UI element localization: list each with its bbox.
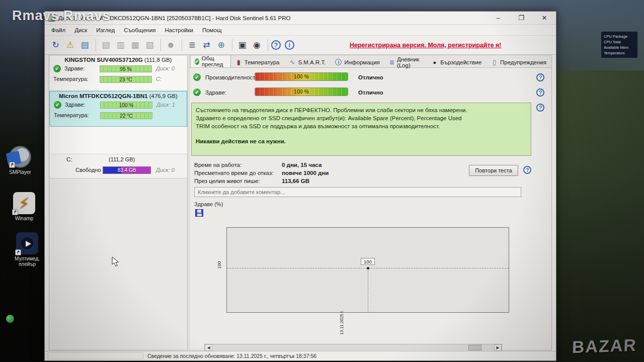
health-ok-icon: ✔ [53,65,61,72]
health-rating: Отлично [358,89,383,96]
cpu-widget-line: Temperature [604,50,635,56]
scroll-right-arrow-icon[interactable]: ▶ [494,344,502,351]
toolbar-separator [268,39,268,51]
media-player-icon: ↱ [16,232,38,254]
user-icon[interactable]: ☻ [164,39,178,52]
tab-log[interactable]: ≣ Дневник (Log) [385,56,427,67]
info-icon: i [335,59,342,65]
comment-input[interactable] [194,187,521,197]
disk-add-icon[interactable]: ▥ [114,39,127,52]
health-bar: 100 % [100,102,152,109]
disk-overview-icon[interactable]: ▤ [78,39,92,52]
health-ok-icon: ✔ [54,101,61,109]
close-button[interactable]: ✕ [533,12,556,24]
menu-disk[interactable]: Диск [70,26,92,34]
desktop-icon-smplayer[interactable]: ↱ SMPlayer [2,146,38,175]
last-update-text: Сведение за последно обновяване: 13.11.2… [147,353,316,359]
toolbar-separator [96,39,96,51]
disk-number: Диск: 0 [156,167,175,173]
help-icon[interactable]: ? [536,73,544,81]
help-icon[interactable]: ? [523,166,531,174]
check-icon: ✔ [195,58,199,65]
refresh-icon[interactable]: ↻ [49,39,62,52]
tab-information[interactable]: i Информация [331,56,384,67]
disk-item-micron[interactable]: Micron MTFDKCD512QGN-1BN1 (476,9 GB) ✔ З… [49,91,187,127]
titlebar[interactable]: Диск 1, Micron MTFDKCD512QGN-1BN1 [25205… [45,12,556,25]
statusbar-cell [48,352,143,359]
status-bar: Сведение за последно обновяване: 13.11.2… [45,351,556,360]
scrollbar-thumb[interactable] [468,345,481,350]
sound-icon[interactable]: ◉ [250,39,264,52]
toolbar-separator [182,39,182,51]
test-monitor-icon[interactable]: ▣ [235,39,249,52]
mouse-cursor [112,256,120,269]
tab-smart[interactable]: ∿ S.M.A.R.T. [284,56,331,67]
cpu-widget-line: Available Mem [604,45,635,50]
report-icon[interactable]: ≣ [185,39,199,52]
alerts-icon: ▯ [491,59,498,65]
ok-icon: ✔ [193,73,201,81]
tab-label: S.M.A.R.T. [298,59,326,65]
performance-label: Производителност: [205,74,257,80]
unregistered-version-link[interactable]: Нерегистрирана версия. Моля, регистрирай… [350,42,501,49]
smart-icon: ∿ [289,59,295,65]
disk-scan-icon[interactable]: ▧ [143,39,156,52]
watermark-text: Rmavs Rmavs [12,8,111,24]
tab-label: Предупреждения [500,59,546,65]
stat-label: Време на работа: [194,162,282,170]
partition-letter: C: [66,156,72,162]
warning-icon[interactable]: ⚠ [63,39,77,52]
help-icon[interactable]: ? [536,104,544,112]
health-status-textbox: Състоянието на твърдотелия диск е ПЕРФЕК… [191,103,531,156]
tab-alerts[interactable]: ▯ Предупреждения [487,56,551,67]
health-history-chart: 100 [226,227,509,313]
chart-horizontal-scrollbar[interactable]: ◀ ▶ [204,344,502,351]
menu-view[interactable]: Изглед [92,26,119,34]
desktop-icon-winamp[interactable]: ↱ Winamp [6,192,42,221]
tab-overview[interactable]: ✔ Общ преглед [190,55,231,67]
retest-button[interactable]: Повтори теста [469,165,518,176]
cpu-widget-line: CPU Package [604,34,635,39]
disk-detect-icon[interactable]: ▤ [99,39,113,52]
disk-ok-icon[interactable]: ▦ [128,39,142,52]
menu-file[interactable]: Файл [47,26,70,34]
health-label: Здраве: [205,89,226,96]
status-line: TRIM особеност на SSD се поддържа и дава… [196,122,527,130]
network-icon[interactable]: ⊕ [214,39,228,52]
stat-label: През целия живот пише: [194,178,282,186]
help-icon[interactable]: ? [271,40,281,50]
main-panel: ✔ Общ преглед ▮ Температура ∿ S.M.A.R.T.… [189,55,552,350]
tab-label: Дневник (Log) [397,56,422,68]
menu-messages[interactable]: Съобщения [119,26,160,34]
help-icon[interactable]: ? [536,88,544,97]
lifetime-stats: Време на работа: 0 дни, 15 часа Пресметн… [194,162,476,186]
sync-icon[interactable]: ⇄ [200,39,213,52]
disk-item-kingston[interactable]: KINGSTON SUV400S37120G (111,8 GB) ✔ Здра… [49,55,187,91]
partition-item-c[interactable]: C: (111,2 GB) Свободно 83.4 GB Диск: 0 [49,154,187,178]
health-bar: 95 % [100,65,152,72]
disk-list-panel: KINGSTON SUV400S37120G (111,8 GB) ✔ Здра… [49,55,188,350]
winamp-icon: ↱ [13,192,35,214]
scroll-left-arrow-icon[interactable]: ◀ [205,344,212,351]
partition-size: (111,2 GB) [109,156,135,162]
menu-settings[interactable]: Настройки [160,26,198,34]
menubar: Файл Диск Изглед Съобщения Настройки Пом… [45,25,556,36]
tab-performance[interactable]: ● Бързодействие [427,56,487,67]
desktop-icon-mediaplayer[interactable]: ↱ Мултимед. плейър [9,232,45,267]
free-space-bar: 83.4 GB [103,166,151,174]
free-space-label: Свободно [75,167,101,173]
chart-title: Здраве (%) [194,201,223,207]
tab-temperature[interactable]: ▮ Температура [231,56,285,67]
info-icon[interactable]: i [285,40,294,50]
maximize-button[interactable]: ❐ [510,12,533,24]
desktop-icon-label: SMPlayer [2,169,38,175]
toolbar-separator [232,39,232,51]
disk-name: Micron MTFDKCD512QGN-1BN1 [59,93,147,99]
stat-row: Пресметнато време до отказ: повече 1000 … [194,170,476,178]
tab-label: Общ преглед [202,55,226,67]
health-label: Здраве: [64,65,85,71]
temperature-bar: 22 °C [100,112,152,119]
minimize-button[interactable]: – [487,12,510,24]
menu-help[interactable]: Помощ [198,26,226,34]
save-chart-icon[interactable] [195,209,203,217]
